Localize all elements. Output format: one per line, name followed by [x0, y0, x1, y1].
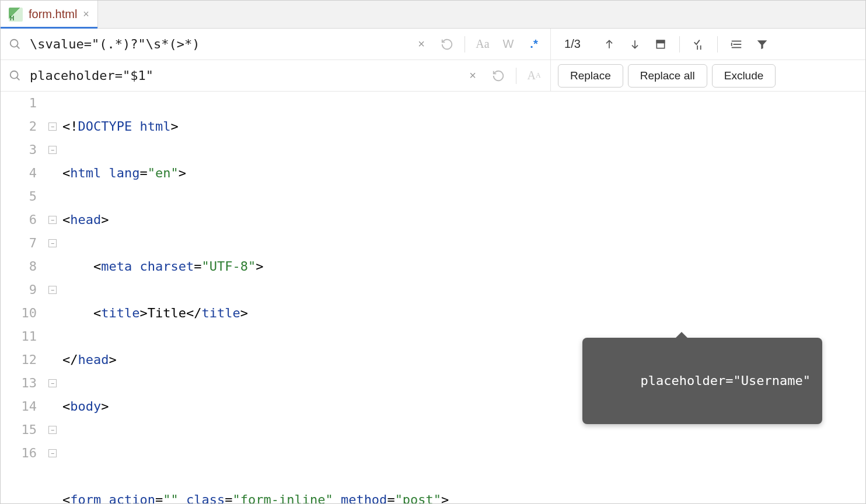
replace-preview-tooltip: placeholder="Username"	[582, 338, 822, 424]
find-bar: × Aa W .* 1/3	[1, 29, 865, 60]
prev-match-icon[interactable]	[599, 34, 620, 55]
replace-right-panel: Replace Replace all Exclude	[550, 60, 865, 91]
tab-bar: form.html ×	[1, 1, 865, 29]
settings-icon[interactable]	[726, 34, 747, 55]
svg-point-0	[11, 39, 18, 47]
find-input[interactable]	[30, 29, 410, 60]
fold-icon[interactable]: −	[48, 286, 57, 294]
new-window-icon[interactable]	[650, 34, 671, 55]
close-icon[interactable]: ×	[83, 8, 89, 20]
fold-icon[interactable]: −	[48, 379, 57, 387]
tab-filename: form.html	[29, 8, 77, 21]
search-icon	[1, 38, 30, 51]
next-match-icon[interactable]	[624, 34, 645, 55]
fold-icon[interactable]: −	[48, 123, 57, 131]
code-editor[interactable]: 1 2 3 4 5 6 7 8 9 10 11 12 13 14 15 16 −…	[1, 92, 865, 503]
match-case-toggle[interactable]: Aa	[471, 33, 494, 56]
fold-icon[interactable]: −	[48, 146, 57, 154]
replace-search-icon	[1, 69, 30, 82]
find-right-panel: 1/3	[550, 29, 865, 60]
svg-marker-12	[757, 40, 767, 49]
preserve-case-icon[interactable]: AA	[522, 64, 546, 88]
replace-history-icon[interactable]	[487, 64, 510, 88]
filter-icon[interactable]	[752, 34, 773, 55]
svg-line-1	[17, 46, 20, 48]
fold-icon[interactable]: −	[48, 239, 57, 247]
svg-line-14	[17, 77, 20, 80]
exclude-button[interactable]: Exclude	[712, 64, 776, 88]
replace-input[interactable]	[30, 60, 461, 91]
match-words-toggle[interactable]: W	[497, 33, 520, 56]
fold-icon[interactable]: −	[48, 216, 57, 224]
fold-icon[interactable]: −	[48, 449, 57, 457]
active-tab-indicator	[1, 27, 97, 29]
html-file-icon	[9, 8, 23, 22]
select-all-icon[interactable]	[688, 34, 709, 55]
code-area[interactable]: <!DOCTYPE html> <html lang="en"> <head> …	[60, 92, 865, 503]
clear-replace-icon[interactable]: ×	[461, 64, 484, 88]
replace-button[interactable]: Replace	[558, 64, 623, 88]
line-number-gutter: 1 2 3 4 5 6 7 8 9 10 11 12 13 14 15 16	[1, 92, 47, 503]
svg-rect-5	[657, 40, 664, 43]
fold-gutter: − − − − − − − −	[47, 92, 60, 503]
history-icon[interactable]	[435, 33, 459, 56]
replace-bar: × AA Replace Replace all Exclude	[1, 60, 865, 92]
regex-toggle[interactable]: .*	[522, 33, 546, 56]
file-tab[interactable]: form.html ×	[1, 1, 98, 28]
svg-point-13	[11, 71, 18, 78]
clear-find-icon[interactable]: ×	[410, 33, 433, 56]
fold-icon[interactable]: −	[48, 426, 57, 434]
replace-all-button[interactable]: Replace all	[628, 64, 707, 88]
match-count: 1/3	[558, 37, 587, 51]
